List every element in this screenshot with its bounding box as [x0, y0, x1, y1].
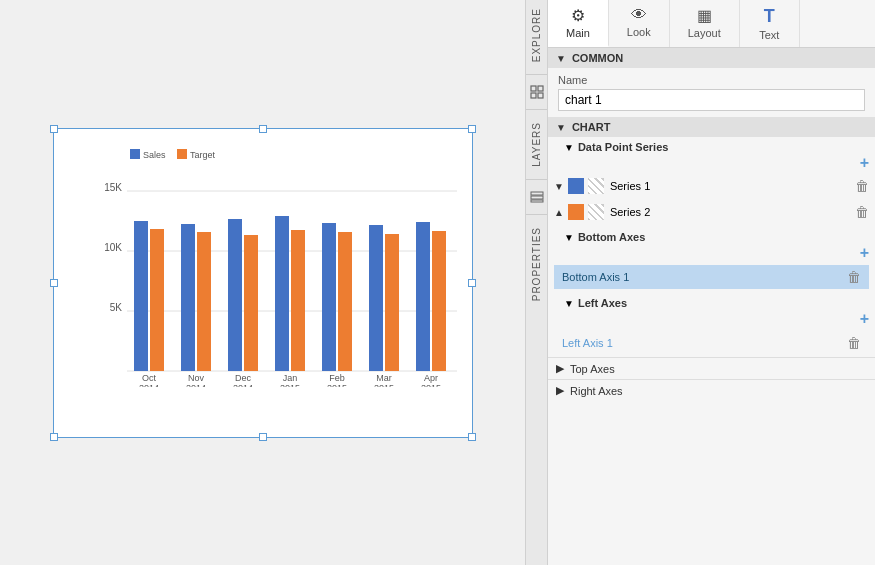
add-series-button[interactable]: +: [860, 155, 869, 171]
svg-text:Nov: Nov: [187, 373, 204, 383]
common-section-label: COMMON: [572, 52, 623, 64]
series-1-label: Series 1: [610, 180, 849, 192]
common-section-content: Name: [548, 68, 875, 117]
common-arrow: ▼: [556, 53, 566, 64]
tab-bar: ⚙ Main 👁 Look ▦ Layout T Text: [548, 0, 875, 48]
svg-rect-43: [538, 93, 543, 98]
series-1-texture: [588, 178, 604, 194]
svg-rect-21: [338, 232, 352, 371]
chart-arrow: ▼: [556, 122, 566, 133]
tab-text[interactable]: T Text: [740, 0, 800, 47]
sidebar-tab-properties[interactable]: PROPERTIES: [529, 219, 544, 309]
bottom-axes-header[interactable]: ▼ Bottom Axes: [548, 225, 875, 243]
svg-text:2015: 2015: [420, 383, 440, 387]
bottom-axes-arrow: ▼: [564, 232, 574, 243]
svg-text:10K: 10K: [104, 242, 122, 253]
left-axes-add-row: +: [548, 309, 875, 329]
chart-svg: 0K 5K 10K 15K Sales Target: [92, 139, 462, 387]
svg-rect-46: [531, 200, 543, 202]
series-2-arrow: ▲: [554, 207, 564, 218]
chart-section-label: CHART: [572, 121, 611, 133]
svg-rect-13: [150, 229, 164, 371]
sidebar-tab-layers[interactable]: LAYERS: [529, 114, 544, 175]
series-1-color[interactable]: [568, 178, 584, 194]
svg-rect-18: [275, 216, 289, 371]
left-axes-arrow: ▼: [564, 298, 574, 309]
left-axis-1-row[interactable]: Left Axis 1 🗑: [554, 331, 869, 355]
svg-rect-16: [228, 219, 242, 371]
right-axes-header[interactable]: ▶ Right Axes: [548, 379, 875, 401]
top-axes-header[interactable]: ▶ Top Axes: [548, 357, 875, 379]
series-2-delete[interactable]: 🗑: [855, 204, 869, 220]
main-icon: ⚙: [571, 6, 585, 25]
top-axes-label: Top Axes: [570, 363, 615, 375]
tab-look[interactable]: 👁 Look: [609, 0, 670, 47]
bottom-axes-add-row: +: [548, 243, 875, 263]
name-input[interactable]: [558, 89, 865, 111]
series-2-texture: [588, 204, 604, 220]
svg-text:Feb: Feb: [329, 373, 345, 383]
svg-text:2015: 2015: [373, 383, 393, 387]
series-2-row[interactable]: ▲ Series 2 🗑: [548, 201, 875, 223]
svg-text:15K: 15K: [104, 182, 122, 193]
series-2-label: Series 2: [610, 206, 849, 218]
svg-rect-17: [244, 235, 258, 371]
svg-rect-23: [385, 234, 399, 371]
svg-rect-14: [181, 224, 195, 371]
svg-text:2014: 2014: [185, 383, 205, 387]
series-1-delete[interactable]: 🗑: [855, 178, 869, 194]
svg-text:2014: 2014: [138, 383, 158, 387]
svg-text:Oct: Oct: [141, 373, 156, 383]
left-axis-1-label: Left Axis 1: [562, 337, 841, 349]
svg-rect-42: [531, 93, 536, 98]
bottom-axis-1-label: Bottom Axis 1: [562, 271, 841, 283]
layout-icon: ▦: [697, 6, 712, 25]
tab-layout[interactable]: ▦ Layout: [670, 0, 740, 47]
right-panel: EXPLORE LAYERS PROPERTIES: [525, 0, 875, 565]
text-icon: T: [764, 6, 775, 27]
svg-text:Mar: Mar: [376, 373, 392, 383]
chart-inner: 0K 5K 10K 15K Sales Target: [54, 129, 472, 437]
svg-rect-19: [291, 230, 305, 371]
properties-panel: ⚙ Main 👁 Look ▦ Layout T Text ▼ COMMON N…: [548, 0, 875, 565]
svg-rect-15: [197, 232, 211, 371]
svg-rect-40: [531, 86, 536, 91]
chart-container[interactable]: 0K 5K 10K 15K Sales Target: [53, 128, 473, 438]
left-axes-label: Left Axes: [578, 297, 627, 309]
add-bottom-axis-button[interactable]: +: [860, 245, 869, 261]
chart-area: 0K 5K 10K 15K Sales Target: [0, 0, 525, 565]
svg-rect-41: [538, 86, 543, 91]
sidebar-icon-grid[interactable]: [528, 83, 546, 101]
common-section-header[interactable]: ▼ COMMON: [548, 48, 875, 68]
series-add-row: +: [548, 153, 875, 173]
svg-text:Apr: Apr: [423, 373, 437, 383]
left-axes-header[interactable]: ▼ Left Axes: [548, 291, 875, 309]
sidebar-icon-layers[interactable]: [528, 188, 546, 206]
svg-rect-20: [322, 223, 336, 371]
add-left-axis-button[interactable]: +: [860, 311, 869, 327]
series-1-arrow: ▼: [554, 181, 564, 192]
left-axis-1-delete[interactable]: 🗑: [847, 335, 861, 351]
dps-arrow: ▼: [564, 142, 574, 153]
svg-rect-10: [177, 149, 187, 159]
data-point-series-header[interactable]: ▼ Data Point Series: [548, 137, 875, 153]
bottom-axis-1-row[interactable]: Bottom Axis 1 🗑: [554, 265, 869, 289]
svg-rect-25: [432, 231, 446, 371]
tab-main-label: Main: [566, 27, 590, 39]
svg-rect-24: [416, 222, 430, 371]
svg-rect-44: [531, 192, 543, 195]
tab-main[interactable]: ⚙ Main: [548, 0, 609, 47]
series-1-row[interactable]: ▼ Series 1 🗑: [548, 175, 875, 197]
bottom-axis-1-delete[interactable]: 🗑: [847, 269, 861, 285]
svg-rect-45: [531, 196, 543, 199]
chart-section-header[interactable]: ▼ CHART: [548, 117, 875, 137]
sidebar-tab-explore[interactable]: EXPLORE: [529, 0, 544, 70]
right-axes-arrow: ▶: [556, 384, 564, 397]
svg-text:2015: 2015: [326, 383, 346, 387]
svg-text:2014: 2014: [232, 383, 252, 387]
bottom-axes-label: Bottom Axes: [578, 231, 645, 243]
series-2-color[interactable]: [568, 204, 584, 220]
svg-rect-22: [369, 225, 383, 371]
svg-text:Dec: Dec: [234, 373, 251, 383]
tab-text-label: Text: [759, 29, 779, 41]
